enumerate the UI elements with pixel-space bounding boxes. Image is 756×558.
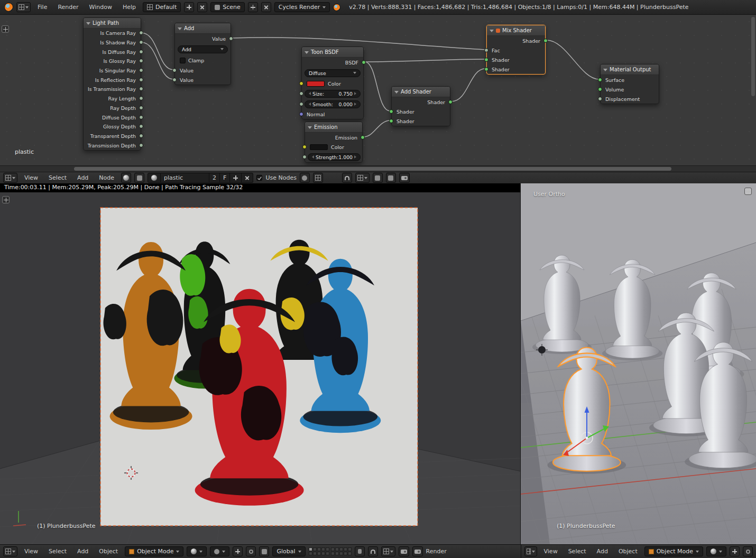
node-material-output[interactable]: Material Output Surface Volume Displacem… <box>600 64 659 104</box>
screen-layout-selector[interactable]: Default <box>143 2 181 12</box>
blender-splash-icon[interactable] <box>333 4 340 11</box>
zoom-border-button[interactable] <box>399 173 410 183</box>
material-new-button[interactable] <box>230 173 242 183</box>
menu-render[interactable]: Render <box>54 2 82 12</box>
output-socket[interactable] <box>139 106 143 110</box>
snap-mode-button[interactable] <box>355 173 370 183</box>
node-add-shader[interactable]: Add Shader Shader Shader Shader <box>391 86 450 126</box>
fake-user-button[interactable]: F <box>220 173 230 183</box>
output-socket[interactable] <box>139 50 143 54</box>
input-socket[interactable] <box>172 68 177 72</box>
toolshelf-expand-button[interactable] <box>2 196 10 203</box>
input-socket[interactable] <box>299 102 303 106</box>
snap-element-button[interactable] <box>381 546 395 556</box>
editor-type-button[interactable] <box>3 173 17 183</box>
node-header[interactable]: Add Shader <box>392 87 450 97</box>
menu-select[interactable]: Select <box>45 173 70 183</box>
menu-select[interactable]: Select <box>45 546 70 556</box>
output-socket[interactable] <box>139 134 143 138</box>
color-swatch[interactable] <box>307 81 325 87</box>
size-slider[interactable]: Size:0.750 <box>305 90 361 98</box>
component-dropdown[interactable]: Diffuse <box>305 69 361 77</box>
node-header[interactable]: Add <box>175 23 231 34</box>
input-socket[interactable] <box>484 58 488 62</box>
color-swatch[interactable] <box>310 144 328 150</box>
output-socket[interactable] <box>139 143 143 147</box>
lock-to-scene-button[interactable] <box>355 546 365 556</box>
collapse-icon[interactable] <box>86 22 90 25</box>
menu-file[interactable]: File <box>34 2 51 12</box>
manipulator-rotate-button[interactable] <box>743 546 753 556</box>
layer-cell[interactable] <box>317 547 321 551</box>
layer-cell[interactable] <box>326 552 329 555</box>
collapse-icon[interactable] <box>178 27 182 30</box>
layer-cell[interactable] <box>321 552 325 555</box>
layer-cell[interactable] <box>317 552 321 555</box>
render-engine-selector[interactable]: Cycles Render <box>274 2 330 12</box>
scene-add-button[interactable] <box>248 2 258 12</box>
input-socket[interactable] <box>598 87 602 91</box>
menu-node[interactable]: Node <box>95 173 118 183</box>
mode-selector[interactable]: Object Mode <box>125 546 183 556</box>
menu-add[interactable]: Add <box>593 546 612 556</box>
overlap-button[interactable] <box>373 173 383 183</box>
node-header[interactable]: Light Path <box>84 18 141 29</box>
scrollbar-thumb[interactable] <box>74 167 671 171</box>
menu-help[interactable]: Help <box>119 2 140 12</box>
layer-cell[interactable] <box>339 547 343 551</box>
properties-expand-button[interactable] <box>744 188 752 195</box>
menu-window[interactable]: Window <box>86 2 116 12</box>
viewport-solid[interactable]: User Ortho (1) PlunderbussPete <box>521 183 756 544</box>
layer-cell[interactable] <box>344 547 347 551</box>
node-header[interactable]: Material Output <box>601 64 659 75</box>
layer-cell[interactable] <box>331 552 335 555</box>
node-editor-canvas[interactable]: Light Path Is Camera Ray Is Shadow Ray I… <box>0 15 756 165</box>
screen-layout-add-button[interactable] <box>184 2 194 12</box>
menu-object[interactable]: Object <box>615 546 641 556</box>
manipulator-translate-button[interactable] <box>730 546 740 556</box>
output-socket[interactable] <box>543 39 548 43</box>
input-socket[interactable] <box>299 112 303 116</box>
snap-toggle-button[interactable] <box>342 173 352 183</box>
material-name-field[interactable]: plastic <box>161 173 209 183</box>
scene-delete-button[interactable] <box>261 2 271 12</box>
input-socket[interactable] <box>299 81 303 86</box>
manipulator-rotate-button[interactable] <box>246 546 256 556</box>
layer-cell[interactable] <box>335 552 339 555</box>
editor-type-button[interactable] <box>3 546 17 556</box>
layer-cell[interactable] <box>344 552 347 555</box>
node-editor-horizontal-scrollbar[interactable] <box>0 165 756 172</box>
scene-selector[interactable]: Scene <box>210 2 245 12</box>
node-light-path[interactable]: Light Path Is Camera Ray Is Shadow Ray I… <box>83 17 141 151</box>
input-socket[interactable] <box>598 78 602 82</box>
layer-cell[interactable] <box>326 547 329 551</box>
menu-view[interactable]: View <box>21 546 42 556</box>
collapse-icon[interactable] <box>394 91 399 94</box>
collapse-icon[interactable] <box>308 126 312 129</box>
output-socket[interactable] <box>139 78 143 82</box>
node-mix-shader[interactable]: Mix Shader Shader Fac Shader Shader <box>486 25 546 75</box>
input-socket[interactable] <box>484 67 488 71</box>
input-socket[interactable] <box>389 109 393 114</box>
shader-type-button[interactable] <box>121 173 131 183</box>
menu-object[interactable]: Object <box>95 546 122 556</box>
mode-selector[interactable]: Object Mode <box>644 546 703 556</box>
menu-add[interactable]: Add <box>73 173 92 183</box>
menu-add[interactable]: Add <box>73 546 92 556</box>
use-nodes-checkbox[interactable] <box>256 175 262 181</box>
layer-cell[interactable] <box>331 547 335 551</box>
viewport-shading-selector[interactable] <box>187 546 207 556</box>
menu-select[interactable]: Select <box>565 546 590 556</box>
output-socket[interactable] <box>448 100 453 104</box>
render-label[interactable]: Render <box>426 548 447 555</box>
collapse-icon[interactable] <box>490 30 494 32</box>
smooth-slider[interactable]: Smooth:0.000 <box>305 100 361 108</box>
material-browse-button[interactable] <box>147 173 161 183</box>
layer-cell[interactable] <box>321 547 325 551</box>
input-socket[interactable] <box>389 119 393 123</box>
node-math-add[interactable]: Add Value Add Clamp Value Value <box>174 23 231 85</box>
output-socket[interactable] <box>362 60 366 64</box>
pin-button[interactable] <box>300 173 310 183</box>
layer-cell[interactable] <box>348 547 352 551</box>
input-socket[interactable] <box>598 97 602 101</box>
